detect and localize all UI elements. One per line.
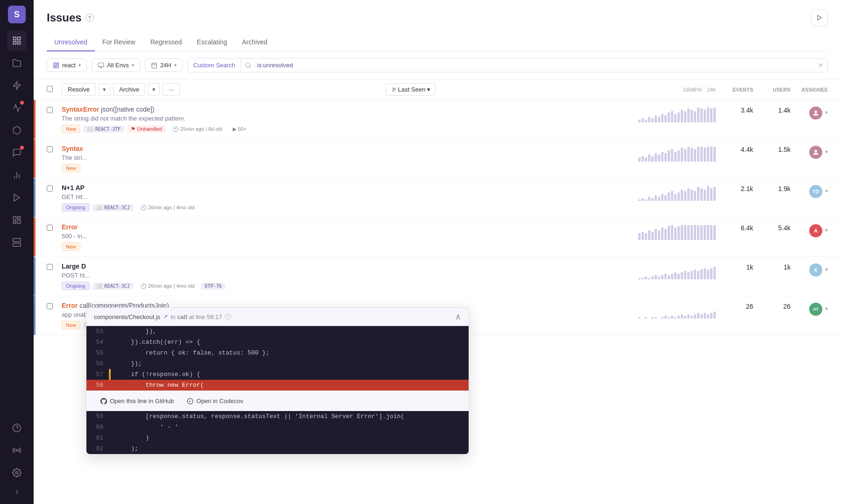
tab-escalating[interactable]: Escalating: [189, 34, 235, 51]
issue-subtitle: GET htt...: [62, 193, 641, 200]
svg-point-33: [246, 63, 250, 67]
tab-regressed[interactable]: Regressed: [143, 34, 190, 51]
code-popup: components/Checkout.js ↗ in call at line…: [86, 307, 469, 454]
resolve-dropdown[interactable]: ▾: [99, 83, 110, 96]
assignee-chevron-icon[interactable]: ▾: [825, 185, 828, 194]
tab-for-review[interactable]: For Review: [95, 34, 143, 51]
sidebar-logo[interactable]: S: [8, 6, 26, 23]
search-label[interactable]: Custom Search: [188, 58, 242, 72]
popup-close-button[interactable]: ∧: [455, 312, 461, 321]
issue-content: N+1 AP GET htt... Ongoing ⬜ REACT-3CJ 🕐 …: [62, 184, 641, 212]
more-actions[interactable]: ···: [163, 83, 180, 96]
bulk-actions: Resolve ▾ Archive ▾ ···: [62, 83, 180, 96]
search-clear-button[interactable]: ×: [814, 61, 827, 70]
issue-users: 26: [753, 302, 791, 310]
archive-button[interactable]: Archive: [113, 83, 145, 96]
popup-header: components/Checkout.js ↗ in call at line…: [86, 308, 469, 326]
issues-table: Resolve ▾ Archive ▾ ··· Last Seen ▾ GRAP…: [34, 79, 841, 504]
issue-events: 26: [716, 302, 753, 310]
sidebar-item-storage[interactable]: [7, 233, 27, 252]
issue-graph: [641, 302, 716, 319]
row-checkbox[interactable]: [47, 184, 62, 193]
row-checkbox[interactable]: [47, 145, 62, 154]
tab-unresolved[interactable]: Unresolved: [47, 34, 95, 51]
events-header: EVENTS: [716, 87, 753, 92]
svg-rect-29: [152, 63, 157, 68]
resolve-button[interactable]: Resolve: [62, 83, 96, 96]
sidebar-item-projects[interactable]: [7, 53, 27, 73]
table-row[interactable]: Error 500 - In... New: [34, 218, 841, 257]
sidebar: S: [0, 0, 34, 504]
tab-archived[interactable]: Archived: [235, 34, 275, 51]
sidebar-item-releases[interactable]: [7, 121, 27, 140]
table-row[interactable]: Syntax The stri... New: [34, 139, 841, 178]
sidebar-item-broadcasts[interactable]: [7, 440, 27, 460]
issue-title: Syntax: [62, 145, 641, 152]
issue-assignee: A ▾: [791, 223, 828, 237]
row-checkbox[interactable]: [47, 223, 62, 233]
issue-content: Syntax The stri... New: [62, 145, 641, 172]
project-filter[interactable]: react ▾: [47, 58, 87, 72]
sidebar-item-stats[interactable]: [7, 165, 27, 185]
title-help-icon[interactable]: ?: [86, 14, 94, 22]
issue-title: N+1 AP: [62, 184, 641, 192]
sparkline: [638, 304, 716, 319]
issue-events: 2.1k: [716, 184, 753, 192]
sidebar-item-dashboards[interactable]: [7, 210, 27, 230]
svg-point-41: [814, 111, 817, 113]
open-github-button[interactable]: Open this line in GitHub: [94, 395, 180, 407]
svg-rect-3: [18, 42, 21, 44]
environment-filter[interactable]: All Envs ▾: [92, 58, 140, 72]
popup-file-link-icon[interactable]: ↗: [163, 313, 168, 320]
table-row[interactable]: Large D POST ht... Ongoing ⬜ REACT-3CJ 🕐…: [34, 257, 841, 296]
row-checkbox[interactable]: [47, 302, 62, 311]
issue-subtitle: 500 - In...: [62, 233, 641, 240]
sidebar-item-alerts[interactable]: [7, 76, 27, 95]
play-button[interactable]: [811, 9, 828, 26]
svg-point-42: [814, 150, 817, 152]
code-line-54: 54 }).catch((err) => {: [86, 337, 469, 348]
filters-bar: react ▾ All Envs ▾ 24H ▾ Custom Search ×: [34, 51, 841, 79]
archive-dropdown[interactable]: ▾: [148, 83, 160, 96]
sidebar-item-feedback[interactable]: [7, 143, 27, 163]
sort-button[interactable]: Last Seen ▾: [385, 83, 436, 96]
code-line-60: 60 ' - ': [86, 422, 469, 433]
sidebar-item-replays[interactable]: [7, 188, 27, 207]
assignee-chevron-icon[interactable]: ▾: [825, 303, 828, 312]
time-filter[interactable]: 24H ▾: [145, 58, 183, 72]
assignee-chevron-icon[interactable]: ▾: [825, 224, 828, 234]
assignee-chevron-icon[interactable]: ▾: [825, 263, 828, 273]
popup-help-icon[interactable]: ?: [225, 313, 231, 320]
avatar: [809, 146, 822, 159]
sidebar-item-settings[interactable]: [7, 463, 27, 483]
severity-bar: [34, 218, 36, 256]
assignee-header: ASSIGNEE: [791, 87, 828, 92]
row-checkbox[interactable]: [47, 263, 62, 272]
assignee-chevron-icon[interactable]: ▾: [825, 106, 828, 116]
sidebar-item-performance[interactable]: [7, 98, 27, 118]
table-row[interactable]: SyntaxError json([native code]) The stri…: [34, 100, 841, 139]
sidebar-expand[interactable]: [7, 485, 27, 498]
sidebar-item-help[interactable]: [7, 418, 27, 438]
project-tag: ⬜ REACT-3CJ: [93, 283, 134, 290]
issue-users: 1.4k: [753, 106, 791, 114]
code-line-56: 56 });: [86, 358, 469, 369]
table-row[interactable]: N+1 AP GET htt... Ongoing ⬜ REACT-3CJ 🕐 …: [34, 178, 841, 218]
issue-events: 3.4k: [716, 106, 753, 114]
popup-filename: components/Checkout.js: [94, 313, 160, 320]
issue-assignee: YD ▾: [791, 184, 828, 198]
code-line-53: 53 }),: [86, 326, 469, 337]
issue-events: 4.4k: [716, 145, 753, 153]
svg-rect-1: [18, 37, 21, 40]
sidebar-item-issues[interactable]: [7, 31, 27, 50]
tabs: Unresolved For Review Regressed Escalati…: [47, 34, 828, 51]
assignee-chevron-icon[interactable]: ▾: [825, 146, 828, 155]
open-codecov-button[interactable]: Open in Codecov: [180, 395, 249, 407]
select-all-checkbox[interactable]: [47, 85, 62, 94]
search-input[interactable]: [255, 58, 813, 72]
issue-title: Error: [62, 223, 641, 231]
status-badge: Ongoing: [62, 282, 90, 290]
svg-rect-25: [54, 66, 56, 68]
header-actions: [811, 9, 828, 26]
row-checkbox[interactable]: [47, 106, 62, 115]
